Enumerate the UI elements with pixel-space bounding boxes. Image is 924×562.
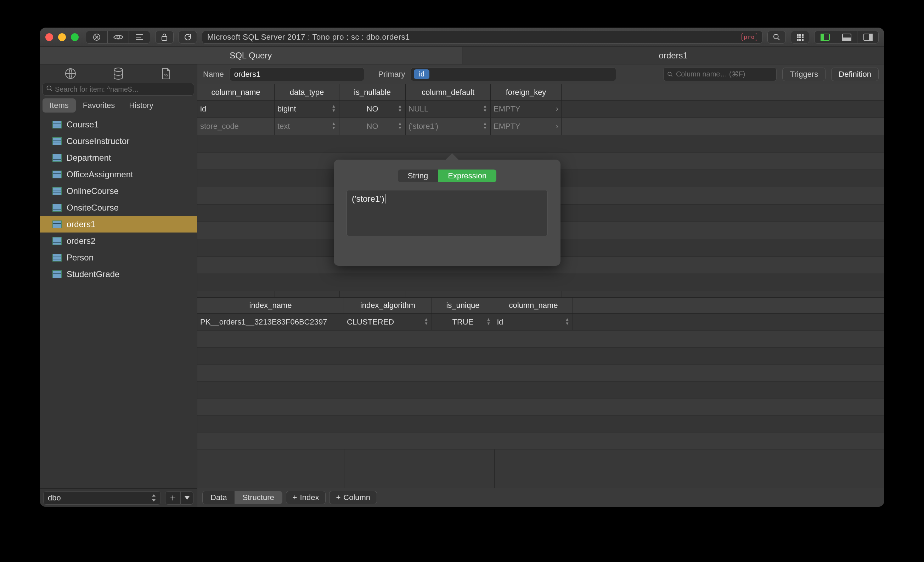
stepper-icon[interactable]: ▲▼ [330, 104, 337, 114]
eye-icon[interactable] [107, 31, 129, 43]
tab-table[interactable]: orders1 [462, 47, 885, 64]
globe-icon[interactable] [63, 66, 78, 81]
sidebar-tab-history[interactable]: History [122, 99, 160, 112]
popover-editor[interactable]: ('store1') [346, 190, 548, 236]
col-header-type[interactable]: data_type [274, 84, 339, 100]
cell-type[interactable]: text▲▼ [274, 118, 339, 135]
stepper-icon[interactable]: ▲▼ [482, 121, 488, 131]
sidebar-item-label: OnlineCourse [67, 186, 119, 196]
table-icon [52, 170, 62, 178]
primary-key-field[interactable]: id [411, 67, 616, 81]
idx-cell-col[interactable]: id▲▼ [494, 314, 573, 330]
search-icon[interactable] [767, 31, 786, 43]
add-button[interactable]: + [165, 491, 181, 505]
add-column-button[interactable]: + Column [329, 491, 377, 504]
sidebar-item-courseinstructor[interactable]: CourseInstructor [40, 133, 197, 149]
svg-point-20 [114, 68, 123, 72]
stepper-icon[interactable]: ▲▼ [482, 104, 488, 114]
add-index-button[interactable]: + Index [286, 491, 326, 504]
tab-sql-query[interactable]: SQL Query [40, 47, 462, 64]
info-bar: Name Primary id Triggers Definition [197, 64, 884, 84]
schema-select[interactable]: dbo [43, 491, 161, 505]
add-dropdown[interactable] [181, 491, 194, 505]
cell-name[interactable]: store_code [197, 118, 274, 135]
sidebar-item-orders2[interactable]: orders2 [40, 233, 197, 249]
column-search[interactable] [663, 67, 777, 81]
sql-file-icon[interactable]: SQL [159, 66, 174, 81]
footer-structure-tab[interactable]: Structure [234, 491, 282, 504]
lock-icon[interactable] [155, 31, 174, 43]
cell-default[interactable]: NULL▲▼ [406, 100, 491, 118]
columns-header: column_name data_type is_nullable column… [197, 84, 884, 100]
table-icon [52, 254, 62, 262]
sidebar-tabs: Items Favorites History [42, 99, 194, 113]
cell-fk[interactable]: EMPTY› [491, 100, 561, 118]
col-header-name[interactable]: column_name [197, 84, 274, 100]
column-row[interactable]: idbigint▲▼NO▲▼NULL▲▼EMPTY› [197, 100, 884, 118]
arrow-right-icon[interactable]: › [556, 105, 558, 114]
sidebar-item-onsitecourse[interactable]: OnsiteCourse [40, 199, 197, 216]
idx-header-unique[interactable]: is_unique [432, 297, 494, 313]
col-header-nullable[interactable]: is_nullable [339, 84, 406, 100]
sidebar-search-input[interactable] [42, 83, 194, 96]
cell-nullable[interactable]: NO▲▼ [339, 100, 406, 118]
grid-icon[interactable] [791, 31, 809, 43]
idx-cell-algo[interactable]: CLUSTERED▲▼ [344, 314, 432, 330]
popover-tab-expression[interactable]: Expression [438, 169, 496, 182]
stepper-icon[interactable]: ▲▼ [397, 121, 403, 131]
sidebar-item-onlinecourse[interactable]: OnlineCourse [40, 182, 197, 199]
definition-button[interactable]: Definition [831, 67, 879, 81]
table-icon [52, 137, 62, 145]
idx-cell-name[interactable]: PK__orders1__3213E83F06BC2397 [197, 314, 344, 330]
layout-left-icon[interactable] [814, 31, 836, 43]
stepper-icon[interactable]: ▲▼ [564, 317, 570, 327]
cell-fk[interactable]: EMPTY› [491, 118, 561, 135]
footer-data-tab[interactable]: Data [202, 491, 234, 504]
toolbar-group-left [86, 31, 150, 43]
idx-header-col[interactable]: column_name [494, 297, 573, 313]
column-row[interactable]: store_codetext▲▼NO▲▼('store1')▲▼EMPTY› [197, 118, 884, 135]
sidebar-item-officeassignment[interactable]: OfficeAssignment [40, 166, 197, 182]
cancel-icon[interactable] [86, 31, 107, 43]
sidebar-item-studentgrade[interactable]: StudentGrade [40, 266, 197, 282]
sidebar-tab-favorites[interactable]: Favorites [76, 99, 122, 112]
cell-default[interactable]: ('store1')▲▼ [406, 118, 491, 135]
idx-header-name[interactable]: index_name [197, 297, 344, 313]
sidebar-item-course1[interactable]: Course1 [40, 116, 197, 133]
window-close-button[interactable] [45, 33, 53, 41]
cell-type[interactable]: bigint▲▼ [274, 100, 339, 118]
col-header-fk[interactable]: foreign_key [491, 84, 561, 100]
cell-nullable[interactable]: NO▲▼ [339, 118, 406, 135]
default-value-popover: String Expression ('store1') [334, 160, 561, 266]
layout-right-icon[interactable] [857, 31, 878, 43]
cell-name[interactable]: id [197, 100, 274, 118]
index-row[interactable]: PK__orders1__3213E83F06BC2397CLUSTERED▲▼… [197, 314, 884, 330]
window-zoom-button[interactable] [71, 33, 79, 41]
refresh-icon[interactable] [178, 31, 197, 43]
popover-tab-string[interactable]: String [398, 169, 438, 182]
sidebar-item-orders1[interactable]: orders1 [40, 216, 197, 233]
layout-bottom-icon[interactable] [836, 31, 857, 43]
triggers-button[interactable]: Triggers [782, 67, 825, 81]
stepper-icon[interactable]: ▲▼ [397, 104, 403, 114]
stepper-icon[interactable]: ▲▼ [330, 121, 337, 131]
arrow-right-icon[interactable]: › [556, 122, 558, 131]
window-minimize-button[interactable] [58, 33, 66, 41]
search-icon [46, 85, 53, 92]
table-icon [52, 237, 62, 245]
idx-cell-unique[interactable]: TRUE▲▼ [432, 314, 494, 330]
table-name-input[interactable] [230, 67, 364, 81]
col-header-default[interactable]: column_default [406, 84, 491, 100]
sidebar-item-department[interactable]: Department [40, 149, 197, 166]
stepper-icon[interactable]: ▲▼ [423, 317, 429, 327]
breadcrumb-path[interactable]: Microsoft SQL Server 2017 : Tono pro : s… [202, 31, 762, 43]
panel-toggle-icon[interactable] [129, 31, 150, 43]
column-search-input[interactable] [676, 70, 773, 78]
sidebar-item-person[interactable]: Person [40, 249, 197, 266]
svg-rect-7 [797, 36, 799, 38]
sidebar-item-label: CourseInstructor [67, 136, 129, 146]
database-icon[interactable] [111, 66, 126, 81]
sidebar-tab-items[interactable]: Items [42, 99, 76, 112]
stepper-icon[interactable]: ▲▼ [485, 317, 492, 327]
idx-header-algo[interactable]: index_algorithm [344, 297, 432, 313]
